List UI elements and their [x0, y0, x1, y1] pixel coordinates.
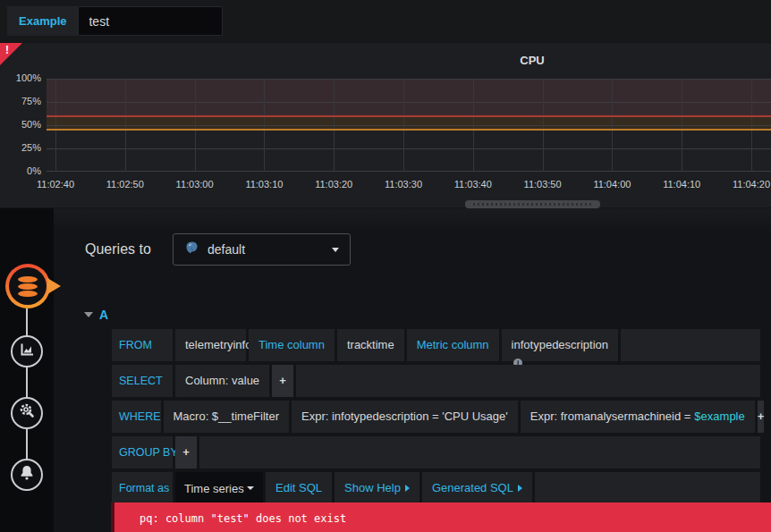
- y-tick-label: 100%: [0, 72, 41, 83]
- queries-to-label: Queries to: [85, 241, 151, 258]
- query-error-bar: pq: column "test" does not exist: [111, 502, 771, 532]
- gridline: [682, 79, 682, 172]
- gridline: [334, 79, 335, 172]
- sidebar-item-visualization[interactable]: [11, 335, 43, 367]
- chart-plot-area: [47, 79, 771, 172]
- error-message: pq: column "test" does not exist: [114, 502, 771, 525]
- time-column-label: Time column: [249, 329, 335, 361]
- select-column[interactable]: Column: value: [175, 365, 269, 397]
- show-help-button[interactable]: Show Help: [335, 472, 419, 504]
- x-tick-label: 11:02:40: [37, 179, 74, 190]
- where-keyword: WHERE: [112, 401, 161, 433]
- gridline: [543, 79, 544, 172]
- collapse-caret-icon: [84, 312, 93, 317]
- x-tick-label: 11:04:00: [593, 179, 631, 190]
- format-as-keyword: Format as: [112, 472, 173, 504]
- x-tick-label: 11:02:50: [106, 179, 144, 190]
- where-macro[interactable]: Macro: $__timeFilter: [164, 401, 289, 433]
- add-where-button[interactable]: +: [758, 401, 765, 433]
- chevron-right-icon: [405, 485, 410, 492]
- format-select[interactable]: Time series: [175, 472, 263, 504]
- panel-resize-handle[interactable]: [465, 200, 600, 208]
- bell-icon: [18, 464, 36, 486]
- chevron-down-icon: [332, 248, 339, 252]
- where-row: WHERE Macro: $__timeFilter Expr: infotyp…: [112, 401, 760, 433]
- graph-panel: ! CPU 0%25%50%75%100% 11:02:4011:02:5011…: [0, 43, 771, 207]
- y-tick-label: 50%: [0, 119, 41, 130]
- x-tick-label: 11:04:20: [733, 179, 770, 190]
- series-fill-band: [47, 79, 771, 116]
- where-expr-1[interactable]: Expr: infotypedescription = 'CPU Usage': [292, 401, 518, 433]
- add-group-by-button[interactable]: +: [175, 436, 197, 469]
- panel-error-corner-icon: !: [0, 43, 22, 65]
- gridline: [473, 79, 474, 172]
- panel-title[interactable]: CPU: [520, 54, 544, 67]
- group-by-row: GROUP BY +: [112, 436, 760, 469]
- time-column-value[interactable]: tracktime: [337, 329, 404, 361]
- gridline: [612, 79, 613, 172]
- gridline: [47, 102, 771, 103]
- select-keyword: SELECT: [112, 365, 173, 397]
- group-by-keyword: GROUP BY: [112, 436, 173, 469]
- x-tick-label: 11:03:10: [245, 179, 283, 190]
- gear-wrench-icon: [18, 402, 36, 424]
- series-line: [47, 129, 771, 131]
- query-letter: A: [99, 308, 108, 322]
- active-tab-pointer: [47, 278, 61, 294]
- sidebar-item-queries[interactable]: [5, 264, 52, 310]
- generated-sql-button[interactable]: Generated SQL: [422, 472, 532, 504]
- y-tick-label: 25%: [0, 142, 41, 153]
- variable-label: Example: [7, 6, 78, 36]
- from-row: FROM telemetryinfo Time column tracktime…: [112, 329, 760, 361]
- x-tick-label: 11:03:40: [454, 179, 492, 190]
- gridline: [751, 79, 752, 172]
- drag-dots-icon: [473, 203, 592, 206]
- query-editor-section: Queries to default A FROM telemetryinfo …: [0, 208, 771, 532]
- template-variable-group: Example: [7, 6, 223, 36]
- sidebar-item-general[interactable]: [11, 397, 43, 429]
- row-filler: [296, 365, 760, 397]
- chart-icon: [18, 341, 36, 362]
- format-as-row: Format as Time series Edit SQL Show Help…: [112, 472, 760, 504]
- query-a-header[interactable]: A: [84, 308, 108, 322]
- row-filler: [621, 329, 760, 361]
- gridline: [47, 125, 771, 126]
- chevron-right-icon: [518, 485, 522, 492]
- x-tick-label: 11:04:10: [663, 179, 700, 190]
- datasource-name: default: [208, 242, 245, 257]
- gridline: [195, 79, 196, 172]
- from-table[interactable]: telemetryinfo: [175, 329, 246, 361]
- database-icon: [9, 267, 47, 305]
- from-keyword: FROM: [112, 329, 173, 361]
- gridline: [55, 79, 56, 172]
- variable-reference: $example: [694, 410, 744, 423]
- x-tick-label: 11:03:20: [315, 179, 352, 190]
- section-divider: [0, 208, 771, 232]
- gridline: [264, 79, 265, 172]
- variable-value-input[interactable]: [78, 6, 223, 36]
- edit-sql-button[interactable]: Edit SQL: [266, 472, 332, 504]
- row-filler: [535, 472, 760, 504]
- datasource-picker[interactable]: default: [173, 233, 351, 266]
- postgresql-elephant-icon: [184, 241, 199, 259]
- gridline: [47, 171, 771, 172]
- metric-column-label: Metric column: [407, 329, 499, 361]
- gridline: [125, 79, 126, 172]
- x-tick-label: 11:03:50: [524, 179, 562, 190]
- metric-column-value[interactable]: infotypedescription: [502, 329, 618, 361]
- gridline: [47, 148, 771, 149]
- select-row: SELECT Column: value +: [112, 365, 760, 397]
- row-filler: [199, 436, 760, 469]
- chevron-down-icon: [247, 486, 254, 490]
- x-tick-label: 11:03:00: [176, 179, 214, 190]
- x-tick-label: 11:03:30: [385, 179, 422, 190]
- where-expr-2[interactable]: Expr: fromanalysermachineid =$example: [521, 401, 755, 433]
- sidebar-item-alert[interactable]: [11, 459, 43, 491]
- gridline: [47, 79, 771, 80]
- submenu-bar: Example: [0, 0, 771, 42]
- gridline: [403, 79, 404, 172]
- add-select-button[interactable]: +: [272, 365, 293, 397]
- series-fill-band: [47, 116, 771, 131]
- y-tick-label: 75%: [0, 96, 41, 106]
- y-tick-label: 0%: [0, 165, 41, 176]
